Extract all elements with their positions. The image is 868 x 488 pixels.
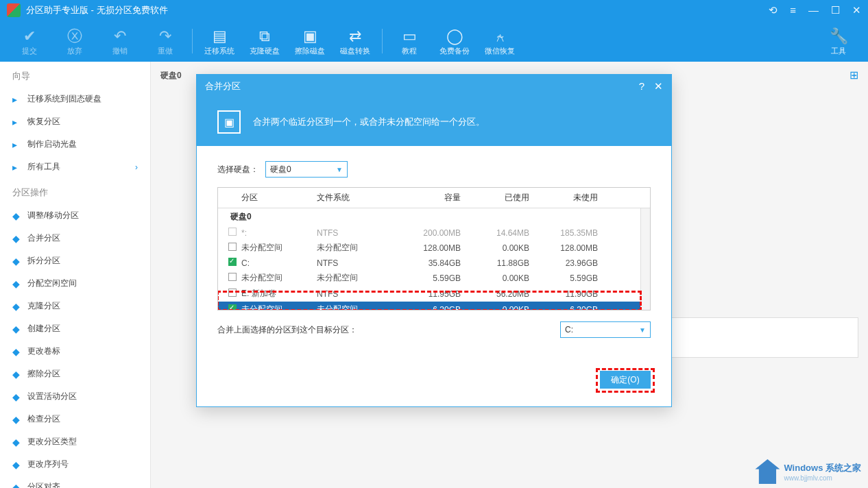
app-title: 分区助手专业版 - 无损分区免费软件	[26, 4, 168, 16]
dialog-merge-partition: 合并分区 ? ✕ ▣ 合并两个临近分区到一个，或合并未分配空间给一个分区。 选择…	[0, 62, 868, 488]
house-icon	[755, 459, 780, 484]
cell-filesystem: NTFS	[317, 289, 392, 299]
table-row[interactable]: 未分配空间未分配空间6.30GB0.00KB6.30GB	[218, 302, 650, 310]
convert-disk-button[interactable]: ⇄磁盘转换	[333, 27, 378, 56]
dialog-banner: ▣ 合并两个临近分区到一个，或合并未分配空间给一个分区。	[197, 98, 671, 146]
watermark-brand: Windows 系统之家	[784, 463, 861, 473]
ok-button[interactable]: 确定(O)	[600, 371, 651, 389]
table-row[interactable]: 未分配空间未分配空间128.00MB0.00KB128.00MB	[218, 240, 650, 256]
cell-partition: C:	[241, 258, 317, 268]
cell-capacity: 5.59GB	[392, 273, 461, 283]
cell-used: 56.20MB	[461, 289, 529, 299]
table-row[interactable]: *:NTFS200.00MB14.64MB185.35MB	[218, 225, 650, 240]
row-checkbox[interactable]	[228, 289, 237, 297]
row-checkbox[interactable]	[228, 273, 237, 281]
cell-capacity: 11.95GB	[392, 289, 461, 299]
help-icon[interactable]: ?	[639, 80, 644, 93]
tutorial-button[interactable]: ▭教程	[387, 27, 432, 56]
table-header: 分区 文件系统 容量 已使用 未使用	[218, 188, 650, 208]
row-checkbox[interactable]	[228, 228, 237, 236]
undo-button[interactable]: ↶撤销	[97, 27, 143, 56]
refresh-icon[interactable]: ⟲	[769, 4, 777, 16]
minimize-icon[interactable]: —	[808, 4, 819, 16]
cell-used: 0.00KB	[461, 305, 529, 310]
merge-target-label: 合并上面选择的分区到这个目标分区：	[217, 324, 357, 336]
cell-free: 128.00MB	[529, 243, 598, 253]
dialog-titlebar: 合并分区 ? ✕	[197, 75, 671, 98]
clone-disk-button[interactable]: ⧉克隆硬盘	[242, 27, 287, 56]
wechat-recover-button[interactable]: ⍲微信恢复	[477, 27, 522, 56]
migrate-os-button[interactable]: ▤迁移系统	[197, 27, 242, 56]
cell-partition: E: 新加卷	[241, 288, 317, 300]
cell-partition: 未分配空间	[241, 242, 317, 254]
cell-free: 185.35MB	[529, 228, 598, 238]
row-checkbox[interactable]	[228, 304, 237, 310]
cell-free: 23.96GB	[529, 258, 598, 268]
row-checkbox[interactable]	[228, 243, 237, 251]
cell-free: 11.90GB	[529, 289, 598, 299]
cell-filesystem: NTFS	[317, 258, 392, 268]
app-logo-icon	[7, 3, 21, 17]
cell-used: 0.00KB	[461, 273, 529, 283]
maximize-icon[interactable]: ☐	[831, 4, 840, 16]
close-icon[interactable]: ✕	[852, 4, 861, 16]
commit-button[interactable]: ✔提交	[7, 27, 52, 56]
redo-button[interactable]: ↷重做	[143, 27, 188, 56]
cell-filesystem: 未分配空间	[317, 272, 392, 284]
cell-partition: 未分配空间	[241, 272, 317, 284]
watermark-url: www.bjjmlv.com	[784, 474, 861, 482]
cell-filesystem: 未分配空间	[317, 304, 392, 310]
cell-free: 6.30GB	[529, 305, 598, 310]
dialog-title: 合并分区	[205, 80, 241, 93]
select-disk-label: 选择硬盘：	[217, 164, 258, 175]
cell-partition: 未分配空间	[241, 304, 317, 310]
watermark: Windows 系统之家 www.bjjmlv.com	[755, 459, 861, 484]
window-controls: ⟲ ≡ — ☐ ✕	[769, 4, 861, 16]
cell-filesystem: 未分配空间	[317, 242, 392, 254]
merge-target-combo[interactable]: C:▼	[560, 321, 651, 338]
backup-button[interactable]: ◯免费备份	[432, 27, 477, 56]
tools-button[interactable]: 🔧工具	[816, 27, 861, 56]
partition-table: 分区 文件系统 容量 已使用 未使用 硬盘0 *:NTFS200.00MB14.…	[217, 187, 651, 310]
dialog-banner-text: 合并两个临近分区到一个，或合并未分配空间给一个分区。	[253, 116, 485, 128]
cell-partition: *:	[241, 228, 317, 238]
table-row[interactable]: C:NTFS35.84GB11.88GB23.96GB	[218, 256, 650, 270]
discard-button[interactable]: ⓧ放弃	[52, 27, 97, 56]
dialog-close-icon[interactable]: ✕	[654, 80, 663, 93]
wipe-disk-button[interactable]: ▣擦除磁盘	[287, 27, 333, 56]
select-disk-combo[interactable]: 硬盘0▼	[265, 161, 348, 178]
menu-icon[interactable]: ≡	[790, 4, 796, 16]
cell-capacity: 35.84GB	[392, 258, 461, 268]
cell-filesystem: NTFS	[317, 228, 392, 238]
cell-used: 0.00KB	[461, 243, 529, 253]
titlebar: 分区助手专业版 - 无损分区免费软件 ⟲ ≡ — ☐ ✕	[0, 0, 868, 21]
main-toolbar: ✔提交 ⓧ放弃 ↶撤销 ↷重做 ▤迁移系统 ⧉克隆硬盘 ▣擦除磁盘 ⇄磁盘转换 …	[0, 21, 868, 62]
cell-capacity: 200.00MB	[392, 228, 461, 238]
cell-used: 11.88GB	[461, 258, 529, 268]
cell-capacity: 128.00MB	[392, 243, 461, 253]
table-scrollbar[interactable]	[640, 208, 650, 310]
row-checkbox[interactable]	[228, 258, 237, 266]
cell-used: 14.64MB	[461, 228, 529, 238]
table-row[interactable]: 未分配空间未分配空间5.59GB0.00KB5.59GB	[218, 270, 650, 286]
table-group: 硬盘0	[218, 208, 650, 225]
cell-free: 5.59GB	[529, 273, 598, 283]
merge-icon: ▣	[217, 110, 241, 134]
table-row[interactable]: E: 新加卷NTFS11.95GB56.20MB11.90GB	[218, 286, 650, 302]
cell-capacity: 6.30GB	[392, 305, 461, 310]
